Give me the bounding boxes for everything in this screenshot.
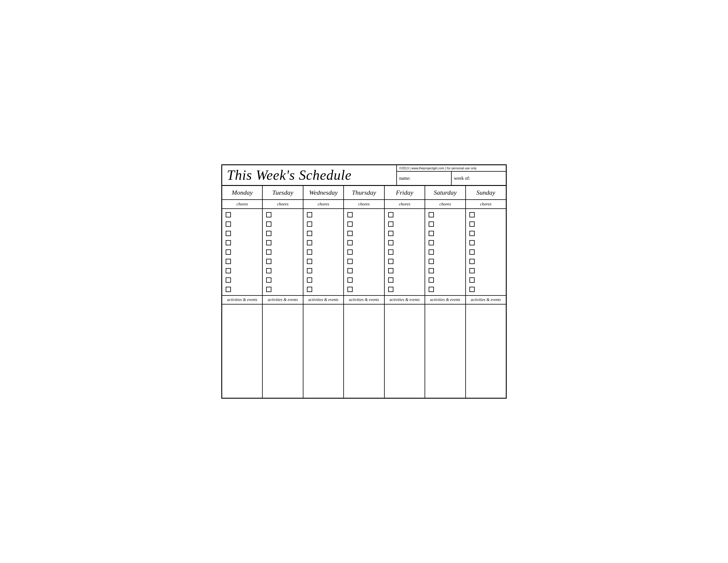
checkbox[interactable] <box>226 277 231 283</box>
checkbox[interactable] <box>388 249 393 255</box>
week-label: week of: <box>454 176 470 181</box>
checkbox-row <box>307 257 340 266</box>
checkbox[interactable] <box>469 259 475 264</box>
checkbox[interactable] <box>266 287 271 292</box>
checkbox[interactable] <box>347 277 353 283</box>
checkbox[interactable] <box>388 287 393 292</box>
checkbox[interactable] <box>388 277 393 283</box>
checkbox-row <box>226 210 259 219</box>
day-tuesday: Tuesday <box>263 186 303 199</box>
checkbox-row <box>388 247 421 257</box>
checkbox[interactable] <box>388 240 393 245</box>
checkbox[interactable] <box>347 249 353 255</box>
checkbox[interactable] <box>226 259 231 264</box>
checkbox[interactable] <box>429 287 434 292</box>
checkbox[interactable] <box>429 259 434 264</box>
checkbox[interactable] <box>469 212 475 217</box>
checkbox[interactable] <box>307 231 312 236</box>
activities-area-tuesday[interactable] <box>263 305 303 398</box>
checkbox[interactable] <box>226 287 231 292</box>
checkbox[interactable] <box>347 212 353 217</box>
checkbox[interactable] <box>388 268 393 273</box>
chores-thursday: chores <box>344 200 384 208</box>
checkbox[interactable] <box>429 231 434 236</box>
checkbox[interactable] <box>469 240 475 245</box>
checkbox-row <box>307 285 340 294</box>
checkbox[interactable] <box>226 221 231 227</box>
checkbox[interactable] <box>429 249 434 255</box>
activities-label-row: activities & events activities & events … <box>222 296 506 305</box>
checkbox[interactable] <box>469 277 475 283</box>
activities-area-saturday[interactable] <box>425 305 466 398</box>
checkbox[interactable] <box>266 268 271 273</box>
week-cell[interactable]: week of: <box>452 172 506 185</box>
checkbox-row <box>347 219 380 229</box>
checkbox[interactable] <box>388 259 393 264</box>
checkbox[interactable] <box>388 221 393 227</box>
checkbox[interactable] <box>266 277 271 283</box>
checkbox-row <box>429 275 462 285</box>
checkbox-row <box>266 229 299 238</box>
checkbox-column-thursday <box>344 209 384 295</box>
checkbox[interactable] <box>469 268 475 273</box>
checkbox[interactable] <box>307 259 312 264</box>
checkbox-row <box>226 275 259 285</box>
checkbox-row <box>347 285 380 294</box>
checkbox[interactable] <box>347 240 353 245</box>
checkbox[interactable] <box>469 231 475 236</box>
chores-saturday: chores <box>425 200 466 208</box>
checkbox[interactable] <box>226 268 231 273</box>
checkbox[interactable] <box>388 212 393 217</box>
checkbox[interactable] <box>266 221 271 227</box>
activities-area-wednesday[interactable] <box>303 305 344 398</box>
schedule-title: This Week's Schedule <box>227 167 351 183</box>
name-cell[interactable]: name: <box>397 172 452 185</box>
checkbox[interactable] <box>266 231 271 236</box>
checkbox[interactable] <box>266 240 271 245</box>
activities-friday: activities & events <box>385 296 425 304</box>
checkbox[interactable] <box>469 249 475 255</box>
checkbox[interactable] <box>307 287 312 292</box>
activities-area-thursday[interactable] <box>344 305 384 398</box>
checkbox[interactable] <box>226 212 231 217</box>
checkbox[interactable] <box>307 249 312 255</box>
checkbox-row <box>266 210 299 219</box>
checkbox-row <box>226 238 259 247</box>
checkbox[interactable] <box>307 277 312 283</box>
checkbox[interactable] <box>307 240 312 245</box>
checkbox[interactable] <box>429 277 434 283</box>
activities-thursday: activities & events <box>344 296 384 304</box>
checkbox[interactable] <box>469 287 475 292</box>
checkbox-row <box>469 257 502 266</box>
checkbox[interactable] <box>347 259 353 264</box>
checkbox-row <box>266 219 299 229</box>
checkbox[interactable] <box>429 221 434 227</box>
checkbox[interactable] <box>388 231 393 236</box>
checkbox[interactable] <box>347 268 353 273</box>
checkbox[interactable] <box>266 212 271 217</box>
checkbox[interactable] <box>226 249 231 255</box>
checkbox[interactable] <box>347 221 353 227</box>
checkbox[interactable] <box>226 231 231 236</box>
checkbox[interactable] <box>307 212 312 217</box>
checkbox[interactable] <box>429 240 434 245</box>
checkbox[interactable] <box>347 231 353 236</box>
checkbox[interactable] <box>226 240 231 245</box>
checkbox-row <box>429 229 462 238</box>
checkbox[interactable] <box>307 268 312 273</box>
checkbox[interactable] <box>266 259 271 264</box>
checkbox[interactable] <box>469 221 475 227</box>
checkbox-row <box>388 275 421 285</box>
activities-area-monday[interactable] <box>222 305 263 398</box>
checkbox[interactable] <box>307 221 312 227</box>
checkbox-row <box>307 266 340 275</box>
checkbox[interactable] <box>429 212 434 217</box>
checkbox[interactable] <box>347 287 353 292</box>
title-cell: This Week's Schedule <box>222 165 397 185</box>
checkbox[interactable] <box>266 249 271 255</box>
checkbox[interactable] <box>429 268 434 273</box>
activities-area-sunday[interactable] <box>466 305 506 398</box>
checkbox-row <box>388 257 421 266</box>
activities-area-friday[interactable] <box>385 305 425 398</box>
checkboxes-section <box>222 209 506 296</box>
